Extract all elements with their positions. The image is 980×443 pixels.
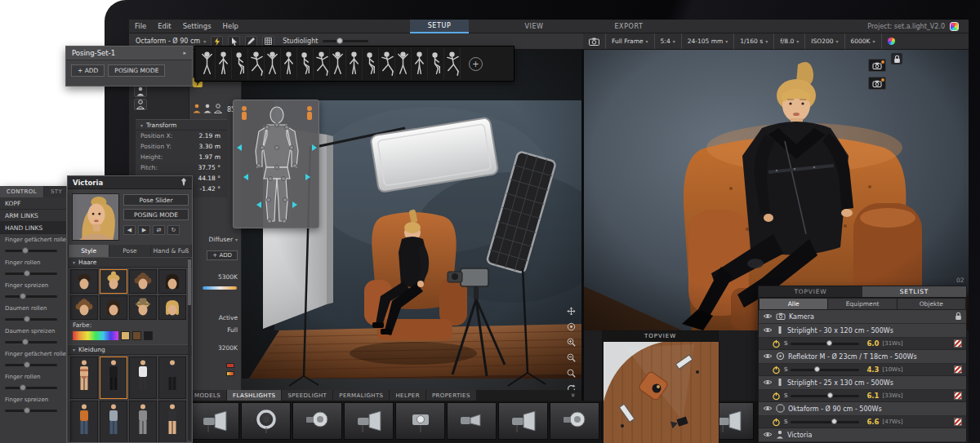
color-temp-slider[interactable] [203,286,237,290]
outfit-thumbnail-bikini[interactable] [70,357,98,399]
app-tab-setup[interactable]: SETUP [410,20,469,33]
transform-header[interactable]: ▾ Transform [136,120,227,131]
pose-thumbnail[interactable] [444,48,461,79]
hand-slider-knob[interactable] [24,361,30,368]
power-icon[interactable] [772,388,781,404]
app-tab-view[interactable]: VIEW [505,20,564,33]
gel-indicator-icon[interactable] [954,365,962,374]
pose-thumbnail[interactable] [346,48,363,79]
black-swatch[interactable] [144,331,153,340]
pose-thumbnail[interactable] [297,48,314,79]
equipment-thumbnail[interactable] [498,402,548,440]
pose-thumbnail[interactable] [314,48,330,79]
power-slider-knob[interactable] [814,366,820,372]
power-slider-knob[interactable] [826,340,832,346]
model-portrait[interactable] [72,193,119,241]
power-slider-knob[interactable] [827,392,833,398]
power-icon[interactable] [772,336,781,352]
pose-thumbnail[interactable] [232,48,248,79]
pose-next-icon[interactable]: ▶ [138,225,150,235]
hand-slider-knob[interactable] [22,339,29,345]
pose-thumbnail[interactable] [281,48,297,79]
bottom-tab-speedlight[interactable]: SPEEDLIGHT [282,390,332,401]
pose-swap-icon[interactable]: ⇄ [153,225,165,235]
bottom-tab-helper[interactable]: HELPER [390,390,425,401]
pose-reset-icon[interactable]: ↻ [167,225,180,235]
setlist-filter-equipment[interactable]: Equipment [828,299,896,309]
camera-setting-6[interactable]: 6000K▾ [844,33,881,49]
eye-icon[interactable] [763,352,773,361]
pose-thumbnail[interactable] [216,48,232,79]
rainbow-swatch[interactable] [73,331,118,340]
outfit-thumbnail-white-top[interactable] [129,357,157,399]
outfit-thumbnail-dark-skirt[interactable] [158,401,186,443]
pin-icon[interactable] [180,178,187,188]
equipment-thumbnail[interactable] [189,402,239,440]
hand-slider[interactable] [5,245,61,256]
eye-icon[interactable] [763,312,773,321]
kleidung-section-header[interactable]: ▾ Kleidung [68,344,192,355]
eye-icon[interactable] [763,405,773,414]
hair-thumbnail-blonde-updo[interactable] [100,269,127,294]
victoria-tab-pose[interactable]: Pose [109,245,149,257]
model-orange-icon[interactable] [193,104,201,115]
victoria-titlebar[interactable]: Victoria [68,176,192,189]
pan-icon[interactable] [566,306,577,317]
red-gel-chip[interactable] [226,363,234,368]
hand-group-hand-links[interactable]: HAND LINKS [0,222,66,234]
snapshot-button-2[interactable] [868,77,886,90]
snapshot-button[interactable] [868,59,886,72]
eye-icon[interactable] [763,379,773,388]
topview-panel[interactable]: TOPVIEW [602,330,719,443]
studiolight-slider-knob[interactable] [336,38,343,44]
hair-thumbnail-blonde-long[interactable] [158,295,186,320]
white-balance-color-icon[interactable] [881,33,901,49]
brown-swatch[interactable] [132,331,141,340]
hand-slider-knob[interactable] [20,384,26,391]
hand-slider-knob[interactable] [24,270,30,277]
pose-thumbnail[interactable] [248,48,265,79]
app-tab-export[interactable]: EXPORT [599,20,658,33]
pose-thumbnail[interactable] [428,48,444,79]
pose-thumbnail[interactable] [379,48,395,79]
diffuser-add[interactable]: + ADD [207,250,238,260]
posing-mannequin-panel[interactable] [233,100,319,228]
bottom-tab-flashlights[interactable]: FLASHLIGHTS [227,390,281,401]
zoom-out-icon[interactable] [566,352,577,363]
pose-thumbnail[interactable] [395,48,412,79]
search-icon[interactable] [566,368,577,379]
blonde-swatch[interactable] [121,331,130,340]
hair-thumbnail-dark-long[interactable] [158,269,186,294]
zoom-in-icon[interactable] [566,337,577,348]
bottom-tab-permalights[interactable]: PERMALIGHTS [333,390,389,401]
lock-icon[interactable] [891,53,902,64]
setlist-row[interactable]: Kamera [759,310,966,324]
menu-item-file[interactable]: File [129,22,152,30]
victoria-tab-hand-fu-[interactable]: Hand & Fuß [151,245,191,257]
menu-item-settings[interactable]: Settings [177,22,217,30]
setlist-filter-objekte[interactable]: Objekte [898,299,965,309]
outfit-thumbnail-grey-dress[interactable] [129,401,157,443]
hand-slider-knob[interactable] [20,293,26,299]
menu-item-help[interactable]: Help [217,22,244,30]
power-slider[interactable] [791,395,859,397]
equipment-thumbnail[interactable] [447,402,497,440]
equipment-thumbnail[interactable] [292,402,342,440]
model-tool-icon[interactable] [134,86,147,97]
bottom-tab-properties[interactable]: PROPERTIES [426,390,476,401]
camera-setting-4[interactable]: f/8.0▾ [773,33,804,49]
diffuser-dropdown[interactable]: Diffuser ▾ [209,236,238,243]
hand-slider-knob[interactable] [24,316,30,322]
outfit-thumbnail-orange-top[interactable] [70,401,98,443]
hand-slider-knob[interactable] [22,247,29,254]
hand-slider[interactable] [5,359,61,370]
outfit-thumbnail-black-outfit[interactable] [100,357,127,399]
camera-setting-3[interactable]: 1/160 s▾ [733,33,773,49]
setlist-row[interactable]: Striplight - 25 x 130 cm - 500Ws [759,376,966,390]
pose-thumbnail[interactable] [330,48,346,79]
hand-slider[interactable] [5,336,61,348]
pose-slider-button[interactable]: Pose Slider [123,194,189,206]
collapse-icon[interactable]: » [569,393,580,398]
camera-setting-0[interactable]: Full Frame▾ [605,33,654,49]
camera-setting-5[interactable]: ISO200▾ [804,33,844,49]
